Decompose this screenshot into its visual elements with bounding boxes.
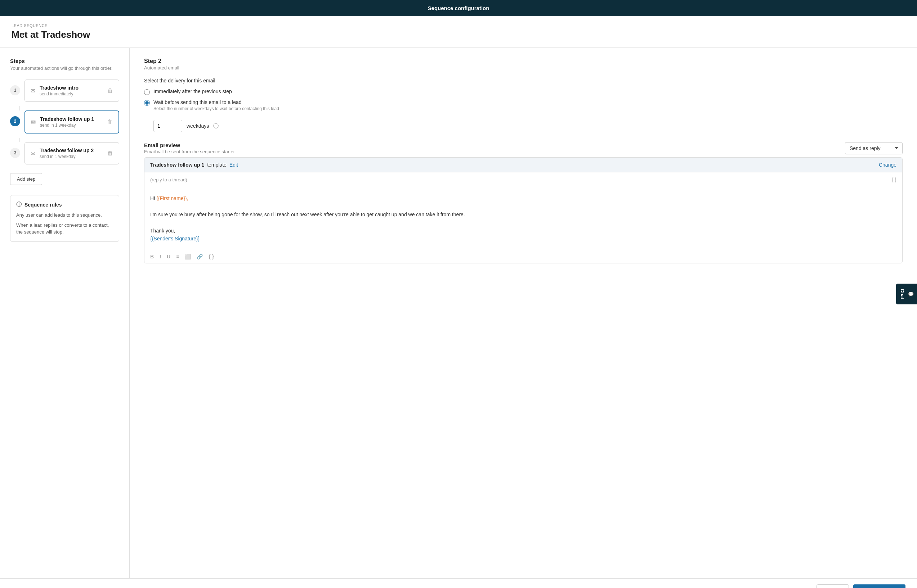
- email-icon-3: ✉: [31, 150, 35, 157]
- page-header: LEAD SEQUENCE Met at Tradeshow: [0, 16, 917, 48]
- underline-button[interactable]: U: [167, 254, 170, 260]
- step-card-3-name: Tradeshow follow up 2: [40, 147, 94, 153]
- delete-step-2-icon[interactable]: 🗑: [107, 119, 113, 125]
- sequence-rules-box: ⓘ Sequence rules Any user can add leads …: [10, 195, 119, 242]
- delete-step-1-icon[interactable]: 🗑: [107, 87, 113, 94]
- step-card-2-name: Tradeshow follow up 1: [40, 116, 94, 122]
- step-card-3-sub: send in 1 weekday: [40, 154, 94, 159]
- step-number-1: 1: [10, 85, 20, 95]
- image-button[interactable]: ⬜: [185, 254, 191, 260]
- signature-var: {{Sender's Signature}}: [150, 234, 896, 242]
- email-reply-note: (reply to a thread) { }: [144, 172, 902, 187]
- step-card-1-sub: send immediately: [40, 91, 78, 97]
- steps-subtitle: Your automated actions will go through t…: [10, 66, 119, 71]
- sequence-rules-title: Sequence rules: [24, 202, 62, 208]
- email-body-text: I'm sure you're busy after being gone fo…: [150, 210, 896, 218]
- code-icon: { }: [892, 177, 896, 183]
- lead-label: LEAD SEQUENCE: [11, 23, 906, 28]
- email-preview-sub: Email will be sent from the sequence sta…: [144, 149, 235, 154]
- weekdays-input-row: weekdays ⓘ: [154, 120, 902, 132]
- step-number-3: 3: [10, 148, 20, 158]
- radio-immediately-label-wrap: Immediately after the previous step: [154, 89, 232, 94]
- chat-label: Chat: [900, 289, 905, 299]
- weekdays-label: weekdays: [186, 123, 209, 129]
- email-greeting: Hi {{First name}},: [150, 194, 896, 202]
- step2-header: Step 2 Automated email: [144, 58, 902, 71]
- add-step-button[interactable]: Add step: [10, 173, 42, 185]
- template-edit-link[interactable]: Edit: [229, 162, 238, 168]
- list-button[interactable]: ≡: [176, 254, 179, 260]
- email-preview-title: Email preview: [144, 142, 235, 148]
- delivery-radio-group: Immediately after the previous step Wait…: [144, 89, 902, 111]
- template-label: template: [207, 162, 227, 168]
- step-item-2: 2 ✉ Tradeshow follow up 1 send in 1 week…: [10, 110, 119, 138]
- left-panel: Steps Your automated actions will go thr…: [0, 48, 130, 578]
- email-preview-section: Email preview Email will be sent from th…: [144, 142, 902, 263]
- email-preview-bar: Tradeshow follow up 1 template Edit Chan…: [144, 158, 902, 172]
- top-bar: Sequence configuration: [0, 0, 917, 16]
- template-name: Tradeshow follow up 1: [150, 162, 204, 168]
- email-body: Hi {{First name}}, I'm sure you're busy …: [144, 187, 902, 250]
- sequence-rules-header: ⓘ Sequence rules: [16, 201, 113, 208]
- weekdays-info-icon: ⓘ: [213, 123, 219, 129]
- reply-to-thread-text: (reply to a thread): [150, 177, 187, 183]
- first-name-var: {{First name}},: [156, 195, 188, 201]
- template-change-link[interactable]: Change: [879, 162, 896, 168]
- radio-immediately-label: Immediately after the previous step: [154, 89, 232, 94]
- step-item-1: 1 ✉ Tradeshow intro send immediately 🗑: [10, 79, 119, 106]
- save-sequence-button[interactable]: Save sequence: [853, 585, 906, 588]
- sequence-rule-2: When a lead replies or converts to a con…: [16, 222, 113, 236]
- step2-title: Step 2: [144, 58, 902, 65]
- radio-immediately[interactable]: Immediately after the previous step: [144, 89, 902, 95]
- step2-subtitle: Automated email: [144, 65, 902, 71]
- email-icon-1: ✉: [31, 87, 35, 94]
- chat-widget[interactable]: 💬 Chat: [896, 284, 917, 304]
- step-card-3-info: Tradeshow follow up 2 send in 1 weekday: [40, 147, 94, 159]
- radio-immediately-input[interactable]: [144, 89, 150, 95]
- email-greeting-hi: Hi: [150, 195, 156, 201]
- send-as-reply-select[interactable]: Send as reply New email: [845, 142, 902, 154]
- top-bar-title: Sequence configuration: [428, 5, 489, 11]
- page-title: Met at Tradeshow: [11, 29, 906, 40]
- step-number-2: 2: [10, 116, 20, 126]
- sequence-rule-1: Any user can add leads to this sequence.: [16, 212, 113, 219]
- step-connector-2-3: [19, 138, 20, 142]
- step-item-3: 3 ✉ Tradeshow follow up 2 send in 1 week…: [10, 142, 119, 169]
- steps-title: Steps: [10, 58, 119, 64]
- right-panel: Step 2 Automated email Select the delive…: [130, 48, 917, 578]
- step-card-1-name: Tradeshow intro: [40, 85, 78, 91]
- email-preview-title-block: Email preview Email will be sent from th…: [144, 142, 235, 154]
- radio-wait-label: Wait before sending this email to a lead: [154, 99, 279, 105]
- step-card-3-left: ✉ Tradeshow follow up 2 send in 1 weekda…: [31, 147, 94, 159]
- steps-list: 1 ✉ Tradeshow intro send immediately 🗑 2: [10, 79, 119, 169]
- step-card-2-left: ✉ Tradeshow follow up 1 send in 1 weekda…: [31, 116, 94, 128]
- radio-wait-sublabel: Select the number of weekdays to wait be…: [154, 106, 279, 111]
- step-card-2-info: Tradeshow follow up 1 send in 1 weekday: [40, 116, 94, 128]
- bold-button[interactable]: B: [150, 254, 154, 260]
- main-layout: Steps Your automated actions will go thr…: [0, 48, 917, 578]
- step-card-1[interactable]: ✉ Tradeshow intro send immediately 🗑: [24, 79, 119, 102]
- code-button[interactable]: { }: [209, 254, 214, 260]
- radio-wait[interactable]: Wait before sending this email to a lead…: [144, 99, 902, 111]
- sequence-rules-text: Any user can add leads to this sequence.…: [16, 212, 113, 236]
- info-icon: ⓘ: [16, 201, 22, 208]
- delivery-label: Select the delivery for this email: [144, 78, 902, 84]
- email-preview-box: Tradeshow follow up 1 template Edit Chan…: [144, 157, 902, 263]
- weekdays-input[interactable]: [154, 120, 182, 132]
- italic-button[interactable]: I: [160, 254, 161, 260]
- chat-icon: 💬: [908, 291, 914, 297]
- radio-wait-input[interactable]: [144, 100, 150, 106]
- link-button[interactable]: 🔗: [197, 254, 203, 260]
- cancel-button[interactable]: Cancel: [817, 585, 849, 588]
- delete-step-3-icon[interactable]: 🗑: [107, 150, 113, 157]
- email-toolbar: B I U ≡ ⬜ 🔗 { }: [144, 250, 902, 263]
- step-connector-1-2: [19, 106, 20, 110]
- email-preview-bar-left: Tradeshow follow up 1 template Edit: [150, 162, 238, 168]
- step-card-1-info: Tradeshow intro send immediately: [40, 85, 78, 97]
- email-preview-header: Email preview Email will be sent from th…: [144, 142, 902, 154]
- step-card-3[interactable]: ✉ Tradeshow follow up 2 send in 1 weekda…: [24, 142, 119, 165]
- radio-wait-label-wrap: Wait before sending this email to a lead…: [154, 99, 279, 111]
- step-card-2[interactable]: ✉ Tradeshow follow up 1 send in 1 weekda…: [24, 110, 119, 134]
- bottom-bar: Cancel Save sequence: [0, 578, 917, 588]
- step-card-2-sub: send in 1 weekday: [40, 123, 94, 128]
